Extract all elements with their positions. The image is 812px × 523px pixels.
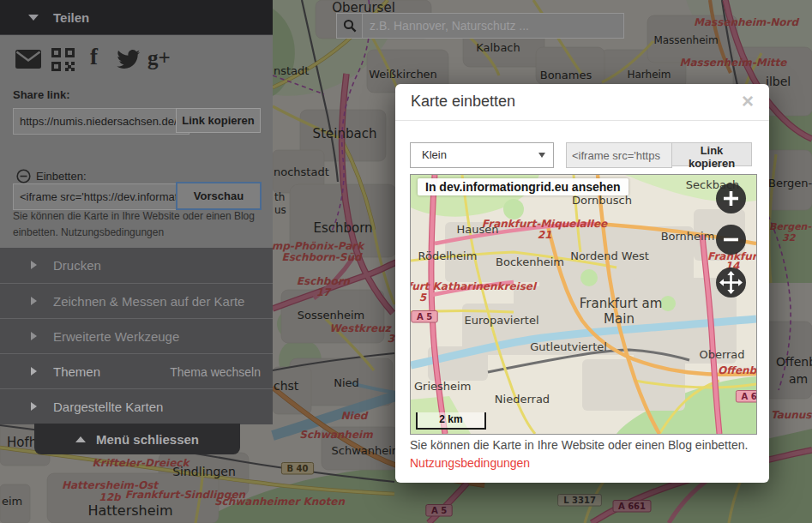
map-label: Bockenheim xyxy=(496,255,564,268)
close-menu-button[interactable]: Menü schliessen xyxy=(34,424,240,454)
dialog-header: Karte einbetten × xyxy=(395,84,769,121)
preview-button[interactable]: Vorschau xyxy=(176,182,262,210)
map-label: Niederrad xyxy=(495,393,550,406)
scale-bar: 2 km xyxy=(416,412,486,430)
close-icon[interactable]: × xyxy=(735,87,761,113)
facebook-icon[interactable]: f xyxy=(90,44,98,70)
search-bar xyxy=(336,13,624,39)
road-badge-label: A 5 xyxy=(417,312,432,322)
thema-wechseln-link[interactable]: Thema wechseln xyxy=(170,365,261,379)
qrcode-icon[interactable] xyxy=(51,48,75,75)
map-label: Dornbusch xyxy=(572,194,632,207)
embed-help-text: Sie können die Karte in Ihre Website ode… xyxy=(410,438,755,452)
dialog-controls: Klein Link kopieren xyxy=(410,142,755,166)
sidebar-item-drucken[interactable]: Drucken xyxy=(0,248,273,283)
map-label: Oberrad xyxy=(699,348,744,361)
map-label: Frankfurt Katharinenkreisel xyxy=(411,280,538,292)
map-label: Nordend West xyxy=(570,249,649,262)
search-icon[interactable] xyxy=(337,14,363,38)
dialog-title: Karte einbetten xyxy=(411,93,515,111)
map-label: Bornheim xyxy=(661,230,715,243)
chevron-right-icon xyxy=(31,297,37,305)
map-label: Frankfurt am xyxy=(580,296,663,311)
search-input[interactable] xyxy=(363,14,623,38)
embed-size-select[interactable]: Klein xyxy=(410,142,554,168)
copy-link-button[interactable]: Link kopieren xyxy=(176,108,261,133)
map-label: Offenbach xyxy=(718,364,756,376)
embed-code-input-sidebar[interactable] xyxy=(13,183,189,210)
embed-map-preview[interactable]: DornbuschHausenBornheimRödelheimBockenhe… xyxy=(410,174,757,435)
chevron-right-icon xyxy=(31,402,37,411)
email-icon[interactable] xyxy=(15,50,41,72)
chevron-down-icon xyxy=(538,153,545,158)
app: OberurselKalbachWeißkirchenHarheimMassen… xyxy=(0,0,812,523)
map-label: Frankfurt-Miquelallee xyxy=(482,218,608,230)
googleplus-icon[interactable]: g+ xyxy=(147,46,171,70)
map-label: Rödelheim xyxy=(418,249,478,262)
map-label: Gutleutviertel xyxy=(530,340,607,353)
panel-header-teilen[interactable]: Teilen xyxy=(0,0,273,35)
share-link-label: Share link: xyxy=(13,88,69,101)
road-badge-label: A 66 xyxy=(741,392,756,401)
pan-move-button[interactable] xyxy=(716,268,746,298)
twitter-icon[interactable] xyxy=(116,50,141,74)
sidebar-item-dargestellte-karten[interactable]: Dargestellte Karten xyxy=(0,388,273,424)
preview-map-canvas[interactable]: DornbuschHausenBornheimRödelheimBockenhe… xyxy=(411,175,756,434)
sidebar-item-themen[interactable]: Themen Thema wechseln xyxy=(0,353,273,389)
chevron-up-icon xyxy=(75,436,86,442)
zoom-out-button[interactable] xyxy=(716,225,746,255)
sidebar-item-erweiterte-werkzeuge[interactable]: Erweiterte Werkzeuge xyxy=(0,318,273,354)
copy-link-button-modal[interactable]: Link kopieren xyxy=(672,142,752,166)
embed-hint: Sie können die Karte in Ihre Website ode… xyxy=(13,208,263,241)
map-label: Griesheim xyxy=(414,380,471,393)
view-on-site-link[interactable]: In dev.informationgrid.eu ansehen xyxy=(418,178,629,195)
share-link-input[interactable] xyxy=(13,108,189,135)
chevron-right-icon xyxy=(31,261,37,269)
terms-of-use-link[interactable]: Nutzungsbedingungen xyxy=(410,456,530,470)
embed-label: Einbetten: xyxy=(36,170,87,183)
chevron-right-icon xyxy=(31,367,37,376)
map-label: Europaviertel xyxy=(464,314,538,327)
embed-map-dialog: Karte einbetten × Klein Link kopieren xyxy=(395,84,769,483)
map-label: Main xyxy=(604,311,635,327)
sidebar-item-zeichnen-messen[interactable]: Zeichnen & Messen auf der Karte xyxy=(0,283,273,319)
panel-title: Teilen xyxy=(53,10,89,25)
zoom-in-button[interactable] xyxy=(716,183,746,213)
map-label: 21 xyxy=(538,229,552,241)
chevron-right-icon xyxy=(31,332,37,340)
embed-code-input[interactable] xyxy=(566,142,672,168)
chevron-down-icon xyxy=(28,15,39,21)
share-panel: Teilen f g+ Share xyxy=(0,0,273,424)
